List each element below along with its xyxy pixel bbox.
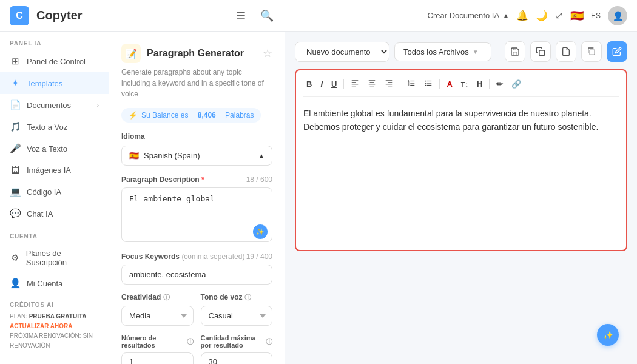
dark-mode-icon[interactable]: 🌙: [536, 10, 548, 21]
editor-text[interactable]: El ambiente global es fundamental para l…: [303, 104, 619, 136]
separator-3: [439, 79, 440, 89]
sidebar-item-imagenes-ia[interactable]: 🖼 Imágenes IA: [0, 160, 109, 181]
sidebar-item-mi-cuenta[interactable]: 👤 Mi Cuenta: [0, 272, 109, 294]
svg-rect-9: [370, 86, 374, 86]
balance-unit: Palabras: [225, 111, 254, 120]
app-header: C Copyter ☰ 🔍 Crear Documento IA ▲ 🔔 🌙 ⤢…: [0, 0, 637, 32]
svg-rect-15: [411, 83, 415, 83]
chevron-up-icon: ▲: [258, 152, 265, 159]
separator-2: [400, 79, 400, 89]
focus-keywords-input[interactable]: [121, 265, 272, 285]
creatividad-select[interactable]: Media: [121, 306, 194, 326]
num-resultados-label: Número de resultados ⓘ: [121, 334, 194, 349]
editor-content-box: B I U 123: [295, 69, 627, 251]
num-resultados-group: Número de resultados ⓘ: [121, 334, 194, 364]
copy-icon-button[interactable]: [530, 41, 551, 62]
creditos-label: CRÉDITOS AI: [10, 302, 99, 312]
bold-button[interactable]: B: [303, 78, 315, 90]
logo-icon: C: [10, 6, 29, 25]
todos-archivos-select[interactable]: Todos los Archivos ▼: [394, 42, 491, 61]
balance-label: Su Balance es: [141, 111, 188, 120]
nuevo-documento-select[interactable]: Nuevo documento: [295, 42, 389, 62]
info-icon: ⓘ: [187, 337, 194, 346]
draw-button[interactable]: ✏: [493, 78, 506, 90]
header-right: Crear Documento IA ▲ 🔔 🌙 ⤢ 🇪🇸 ES 👤: [428, 6, 627, 25]
italic-button[interactable]: I: [317, 78, 326, 90]
separator-4: [489, 79, 490, 89]
tono-label: Tono de voz ⓘ: [201, 293, 273, 302]
info-icon-2: ⓘ: [266, 337, 272, 346]
align-center-button[interactable]: [365, 78, 379, 90]
underline-button[interactable]: U: [328, 78, 340, 90]
tool-panel: 📝 Paragraph Generator ☆ Generate paragra…: [109, 32, 285, 364]
font-size-button[interactable]: T↕: [458, 79, 471, 89]
link-button[interactable]: 🔗: [508, 78, 524, 90]
fullscreen-icon[interactable]: ⤢: [555, 10, 563, 21]
align-right-button[interactable]: [382, 78, 396, 90]
sidebar-item-voz-texto[interactable]: 🎤 Voz a Texto: [0, 138, 109, 160]
sidebar-item-label: Mi Cuenta: [27, 279, 62, 288]
chevron-up-icon: ▲: [503, 12, 509, 19]
tool-description: Generate paragraphs about any topic incl…: [121, 67, 272, 99]
idioma-select[interactable]: 🇪🇸 Spanish (Spain) ▲: [121, 146, 272, 166]
align-left-button[interactable]: [348, 78, 362, 90]
favorite-button[interactable]: ☆: [263, 47, 272, 60]
user-avatar[interactable]: 👤: [608, 6, 627, 25]
save-icon-button[interactable]: [505, 41, 525, 62]
svg-rect-6: [369, 80, 376, 81]
language-code[interactable]: ES: [591, 12, 601, 20]
chat-icon: 💬: [10, 208, 21, 219]
svg-point-20: [425, 81, 426, 82]
tool-icon: 📝: [121, 44, 141, 63]
svg-rect-16: [411, 85, 415, 86]
code-icon: 💻: [10, 186, 21, 197]
notification-icon[interactable]: 🔔: [516, 10, 528, 21]
ai-assist-badge[interactable]: ✨: [253, 224, 268, 239]
creativity-tone-row: Creatividad ⓘ Media Tono de voz ⓘ Casual: [121, 293, 272, 326]
font-color-button[interactable]: A: [443, 78, 455, 90]
renovacion-text: PRÓXIMA RENOVACIÓN: SIN RENOVACIÓN: [10, 332, 93, 349]
ordered-list-button[interactable]: 123: [404, 78, 419, 90]
svg-rect-11: [388, 82, 393, 83]
chevron-down-icon: ▼: [473, 49, 479, 55]
sidebar-item-panel-control[interactable]: ⊞ Panel de Control: [0, 50, 109, 72]
sidebar-item-label: Imágenes IA: [27, 166, 71, 175]
ai-float-button[interactable]: ✨: [597, 324, 619, 346]
document-icon-button[interactable]: [556, 41, 576, 62]
cuenta-label: CUENTA: [0, 224, 109, 243]
menu-icon[interactable]: ☰: [232, 7, 249, 25]
sidebar-item-codigo-ia[interactable]: 💻 Código IA: [0, 181, 109, 203]
edit-icon-button[interactable]: [607, 41, 627, 62]
cantidad-max-input[interactable]: [201, 352, 273, 364]
sidebar-item-label: Panel de Control: [27, 57, 86, 66]
num-resultados-input[interactable]: [121, 352, 194, 364]
sidebar-item-label: Voz a Texto: [27, 144, 67, 153]
tono-select[interactable]: Casual: [201, 306, 273, 326]
crear-documento-button[interactable]: Crear Documento IA ▲: [428, 11, 509, 20]
search-icon[interactable]: 🔍: [257, 7, 277, 25]
svg-point-22: [425, 83, 426, 84]
focus-keywords-count: 19 / 400: [246, 252, 272, 261]
plan-name: PRUEBA GRATUITA: [29, 313, 87, 320]
heading-button[interactable]: H: [474, 78, 485, 90]
focus-keywords-group: Focus Keywords (comma seperated) 19 / 40…: [121, 252, 272, 285]
tool-header: 📝 Paragraph Generator ☆: [121, 44, 272, 63]
sidebar-item-templates[interactable]: ✦ Templates: [0, 72, 109, 94]
sidebar-item-label: Planes de Suscripción: [26, 249, 99, 267]
svg-point-24: [425, 85, 426, 86]
sidebar-item-documentos[interactable]: 📄 Documentos ›: [0, 94, 109, 116]
sidebar-item-texto-voz[interactable]: 🎵 Texto a Voz: [0, 116, 109, 138]
bolt-icon: ⚡: [129, 111, 138, 120]
image-icon: 🖼: [10, 165, 21, 175]
sidebar-item-planes[interactable]: ⚙ Planes de Suscripción: [0, 243, 109, 272]
documents-icon: 📄: [10, 99, 21, 110]
cantidad-max-group: Cantidad máxima por resultado ⓘ: [201, 334, 273, 364]
sidebar-item-chat-ia[interactable]: 💬 Chat IA: [0, 203, 109, 224]
tono-group: Tono de voz ⓘ Casual: [201, 293, 273, 326]
plan-text: PLAN:: [10, 313, 29, 320]
unordered-list-button[interactable]: [421, 78, 436, 90]
paragraph-desc-input[interactable]: [121, 187, 272, 242]
update-link[interactable]: ACTUALIZAR AHORA: [10, 323, 73, 329]
svg-rect-7: [370, 82, 374, 83]
duplicate-icon-button[interactable]: [581, 41, 602, 62]
